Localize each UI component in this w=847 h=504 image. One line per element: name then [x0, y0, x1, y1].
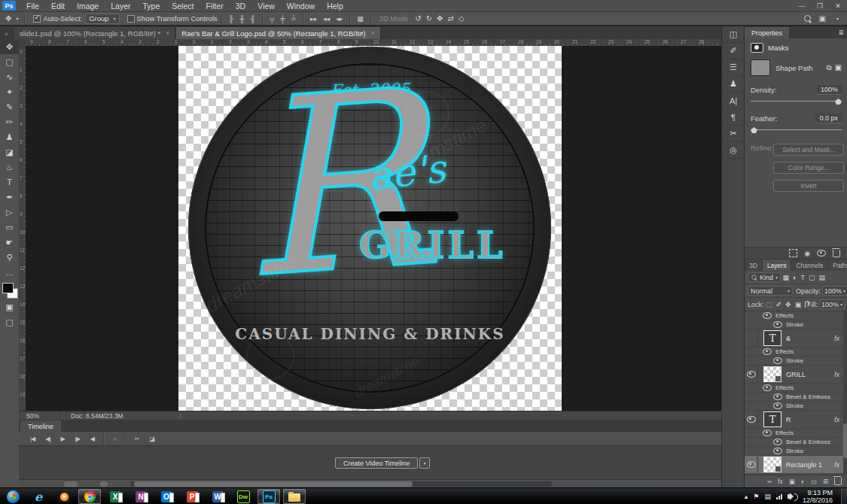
brush-tool[interactable]: ✏ [0, 114, 19, 129]
layer-effect-row[interactable]: Stroke [745, 357, 847, 366]
layer-fx-icon[interactable]: fx [834, 335, 839, 342]
layer-row[interactable]: T&fx˄ [745, 329, 847, 348]
mask-thumbnail[interactable] [751, 59, 770, 76]
document-tab-2[interactable]: Rae's Bar & Grill Logo.psd @ 50% (Rectan… [176, 27, 381, 39]
invert-button[interactable]: Invert [773, 180, 844, 192]
adjustments-panel-icon[interactable]: ☰ [722, 59, 745, 76]
layer-effect-row[interactable]: Bevel & Emboss [745, 438, 847, 447]
select-and-mask-button[interactable]: Select and Mask... [773, 144, 844, 156]
layer-fx-icon[interactable]: fx [834, 461, 839, 469]
distribute-center-icon[interactable]: ◂◂ [320, 15, 333, 23]
eye-icon[interactable] [773, 393, 782, 400]
excel[interactable]: X [104, 489, 126, 504]
menu-image[interactable]: Image [71, 2, 105, 11]
split-button[interactable]: ✂ [129, 436, 145, 442]
lock-position-icon[interactable]: ✥ [784, 301, 794, 308]
menu-type[interactable]: Type [136, 2, 166, 11]
volume-icon[interactable] [788, 494, 791, 499]
onenote[interactable]: N [129, 489, 152, 504]
smudge-tool[interactable]: ♨ [0, 159, 19, 175]
distribute-spacing-icon[interactable]: ▦ [354, 15, 367, 23]
path-select-tool[interactable]: ▷ [0, 205, 19, 220]
file-explorer[interactable] [283, 489, 306, 504]
layer-effect-row[interactable]: Effects [745, 348, 847, 357]
eye-icon[interactable] [747, 461, 756, 468]
eye-icon[interactable] [763, 312, 772, 319]
marquee-tool[interactable]: ▢ [0, 54, 19, 69]
network-icon[interactable] [776, 494, 782, 499]
timeline-zoom-handle[interactable] [100, 481, 108, 487]
timeline-scrollbar[interactable] [130, 481, 552, 487]
lock-transparent-icon[interactable]: ⬚ [764, 301, 775, 308]
more-tools[interactable]: … [0, 265, 19, 280]
align-right-icon[interactable]: ╢ [248, 15, 258, 23]
fill-field[interactable]: 100% ▾ [819, 299, 845, 309]
layers-scrollbar[interactable] [843, 311, 847, 474]
tray-expand-icon[interactable]: ▴ [745, 493, 748, 500]
chrome[interactable] [78, 489, 101, 504]
taskbar-clock[interactable]: 9:13 PM 12/8/2016 [803, 489, 833, 504]
auto-select-group-dropdown[interactable]: Group ▾ [85, 14, 119, 24]
lock-artboard-icon[interactable]: ▣ [793, 301, 803, 308]
auto-select-checkbox[interactable] [33, 15, 41, 23]
layer-effect-row[interactable]: Effects [745, 311, 847, 320]
menu-layer[interactable]: Layer [105, 2, 136, 11]
tab-layers[interactable]: Layers [763, 260, 791, 271]
menu-file[interactable]: File [20, 2, 45, 11]
canvas-pasteboard[interactable]: Est. 2005 R ae's GRILL CASUAL DINING & D… [26, 46, 721, 411]
layer-row[interactable]: Rectangle 1fx˄ [745, 456, 847, 474]
layer-thumbnail[interactable] [763, 366, 781, 382]
add-vector-mask-icon[interactable]: ▣ [835, 63, 842, 72]
filter-type-layers-icon[interactable]: T [799, 274, 807, 281]
color-range-button[interactable]: Color Range... [773, 162, 844, 174]
next-frame-button[interactable]: |▶ [70, 436, 85, 442]
align-bottom-icon[interactable]: ╧ [288, 15, 299, 23]
previous-frame-button[interactable]: ◀| [40, 436, 55, 442]
adjustment-layer-icon[interactable]: ◐ [801, 478, 805, 485]
histogram-panel-icon[interactable]: ◫ [722, 26, 745, 43]
paragraph-panel-icon[interactable]: ¶ [722, 109, 745, 126]
move-tool[interactable]: ✥ [0, 39, 19, 54]
load-selection-icon[interactable] [789, 249, 797, 257]
distribute-right-icon[interactable]: ◂▸ [333, 15, 346, 23]
feather-value-field[interactable]: 0.0 px [815, 114, 842, 123]
layer-thumbnail[interactable]: T [763, 330, 781, 346]
filter-pixel-layers-icon[interactable]: ▦ [781, 274, 791, 281]
delete-mask-icon[interactable] [833, 250, 840, 257]
layer-effect-row[interactable]: Effects [745, 384, 847, 393]
new-group-icon[interactable]: ▭ [811, 478, 817, 485]
disable-mask-eye-icon[interactable] [817, 250, 826, 257]
layer-style-icon[interactable]: fx [778, 478, 783, 485]
transition-button[interactable]: ◪ [145, 436, 160, 442]
tab-3d[interactable]: 3D [745, 260, 762, 271]
create-video-timeline-button[interactable]: Create Video Timeline [335, 457, 418, 469]
eye-icon[interactable] [763, 348, 772, 355]
layers-scrollbar-thumb[interactable] [843, 424, 847, 458]
opacity-field[interactable]: 100% ▾ [822, 286, 847, 296]
eye-icon[interactable] [773, 321, 782, 328]
3d-pan-icon[interactable]: ✥ [434, 14, 445, 23]
tab-channels[interactable]: Channels [791, 260, 827, 271]
layer-effect-row[interactable]: Stroke [745, 447, 847, 456]
clone-source-panel-icon[interactable]: ♟ [722, 76, 745, 93]
screen-mode-button[interactable]: ▢ [0, 314, 19, 329]
swatches-panel-icon[interactable]: ✐ [722, 43, 745, 59]
color-swatches[interactable] [0, 281, 19, 299]
media-player[interactable] [53, 489, 75, 504]
layer-effect-row[interactable]: Bevel & Emboss [745, 393, 847, 402]
eye-icon[interactable] [773, 402, 782, 409]
menu-help[interactable]: Help [321, 2, 349, 11]
timeline-scrollbar-thumb[interactable] [134, 481, 413, 487]
tab-close-icon[interactable]: × [371, 29, 375, 37]
layer-thumbnail[interactable]: T [763, 411, 781, 427]
eye-icon[interactable] [773, 448, 782, 454]
status-menu-arrow-icon[interactable]: 〉 [133, 412, 184, 421]
current-tool-icon[interactable]: ✥ [3, 14, 14, 23]
character-panel-icon[interactable]: A| [722, 93, 745, 109]
timeline-tab[interactable]: Timeline [20, 421, 61, 432]
layer-thumbnail[interactable] [763, 457, 781, 472]
filter-smart-objects-icon[interactable]: ▤ [817, 274, 827, 281]
layer-row[interactable]: GRILLfx˄ [745, 366, 847, 384]
search-icon[interactable] [804, 15, 811, 22]
eye-icon[interactable] [773, 357, 782, 364]
